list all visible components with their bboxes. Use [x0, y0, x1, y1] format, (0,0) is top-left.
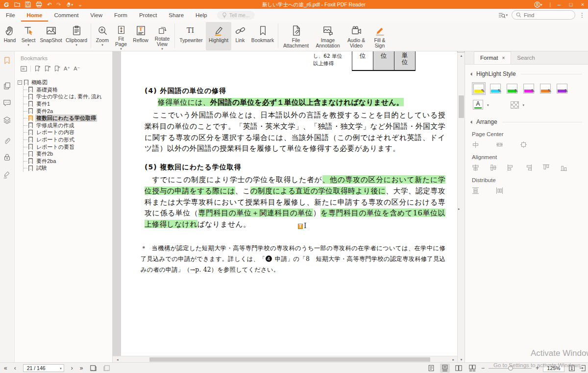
bookmark-item[interactable]: 複数回にわたる学位取得: [24, 115, 112, 122]
minimize-button[interactable]: –: [556, 0, 563, 9]
bookmark-item[interactable]: 要件1: [24, 100, 112, 108]
collapse-box-icon[interactable]: −: [18, 80, 22, 85]
bookmark-item[interactable]: 要件2a: [24, 108, 112, 115]
fit-width-button[interactable]: [568, 365, 575, 372]
align-top-button[interactable]: [542, 164, 550, 171]
fit-page-button-status[interactable]: [579, 365, 586, 372]
distribute-vertically-button[interactable]: [472, 187, 479, 194]
first-page-button[interactable]: «: [4, 365, 7, 372]
shrink-font-icon[interactable]: A⁻: [74, 66, 80, 72]
tab-form[interactable]: Form: [108, 9, 133, 22]
highlight-style-yellow[interactable]: ✎: [472, 82, 486, 95]
rotate-view-button[interactable]: Rotate View ▾: [151, 22, 173, 50]
bookmark-root[interactable]: − 概略図: [18, 79, 112, 86]
zoom-out-button[interactable]: −: [481, 365, 485, 372]
account-icon[interactable]: ▾: [534, 0, 542, 9]
audio-video-button[interactable]: Audio & Video: [343, 22, 369, 50]
bookmark-item[interactable]: 試験: [24, 165, 112, 172]
bookmark-item[interactable]: 基礎資格: [24, 86, 112, 93]
highlight-style-orange[interactable]: ✎: [539, 82, 552, 95]
align-left-button[interactable]: [507, 164, 514, 171]
bookmark-item[interactable]: レポートの要旨: [24, 143, 112, 151]
arrange-header[interactable]: Arrange: [471, 118, 582, 125]
tab-search[interactable]: Search: [511, 52, 540, 64]
typewriter-annotation-marker[interactable]: T: [298, 224, 303, 229]
previous-page-button[interactable]: ‹: [14, 365, 16, 372]
single-page-view-button[interactable]: [426, 364, 436, 373]
bookmark-item[interactable]: 要件2ba: [24, 158, 112, 165]
zoom-button[interactable]: Zoom ▾: [93, 22, 112, 50]
advanced-search-icon[interactable]: ▾: [498, 12, 508, 19]
bookmark-options-icon[interactable]: [21, 66, 27, 72]
tab-file[interactable]: File: [0, 9, 21, 22]
expand-font-icon[interactable]: A⁺: [64, 66, 70, 72]
reflow-button[interactable]: T Reflow: [130, 22, 151, 50]
more-options-icon[interactable]: ⋮: [579, 12, 585, 19]
tab-home[interactable]: Home: [21, 9, 49, 22]
vertical-scrollbar[interactable]: ▲ ▸ ▼: [457, 51, 465, 362]
caret-icon[interactable]: ▾: [487, 103, 489, 107]
opacity-button[interactable]: [511, 101, 519, 109]
image-annotation-button[interactable]: Image Annotation: [312, 22, 343, 50]
align-v-center-button[interactable]: [490, 164, 497, 171]
comments-panel-icon[interactable]: [3, 99, 11, 107]
highlight-style-cyan[interactable]: ✎: [489, 82, 502, 95]
tell-me-box[interactable]: Tell me...: [217, 11, 255, 20]
center-vertically-button[interactable]: [472, 141, 479, 148]
delete-bookmark-icon[interactable]: [54, 66, 60, 72]
highlight-style-magenta[interactable]: ✎: [522, 82, 536, 95]
print-icon[interactable]: [36, 0, 42, 9]
bookmark-item[interactable]: 要件2b: [24, 150, 112, 158]
clipboard-button[interactable]: Clipboard ▾: [64, 22, 89, 50]
bookmark-item[interactable]: 学修成果の作成: [24, 122, 112, 129]
snapshot-button[interactable]: SnapShot: [38, 22, 64, 50]
bookmark-item[interactable]: レポートの内容: [24, 129, 112, 137]
tab-share[interactable]: Share: [163, 9, 190, 22]
continuous-facing-view-button[interactable]: [467, 364, 477, 373]
last-page-button[interactable]: »: [80, 365, 83, 372]
scroll-up-icon[interactable]: ▲: [458, 54, 465, 57]
bookmark-item[interactable]: 学士の学位とは, 要件, 流れ: [24, 93, 112, 101]
zoom-level-box[interactable]: 125%: [543, 365, 564, 372]
add-bookmark-icon[interactable]: [34, 66, 41, 72]
center-both-button[interactable]: [520, 141, 527, 148]
vertical-scrollbar-thumb[interactable]: [459, 95, 464, 118]
continuous-view-button[interactable]: [440, 364, 450, 373]
previous-view-button[interactable]: [90, 365, 97, 372]
facing-view-button[interactable]: [454, 364, 464, 373]
tab-help[interactable]: Help: [190, 9, 213, 22]
pages-panel-icon[interactable]: [3, 82, 11, 90]
layers-panel-icon[interactable]: [3, 116, 11, 124]
scroll-down-icon[interactable]: ▼: [458, 358, 465, 361]
hand-button[interactable]: Hand: [1, 22, 19, 50]
tab-protect[interactable]: Protect: [133, 9, 163, 22]
zoom-slider[interactable]: [489, 364, 532, 373]
highlight-button[interactable]: Highlight: [206, 22, 231, 50]
close-button[interactable]: ×: [579, 0, 586, 9]
maximize-button[interactable]: □: [567, 0, 574, 9]
highlight-style-header[interactable]: HighLight Style: [471, 70, 582, 77]
find-input[interactable]: [524, 12, 568, 18]
tab-view[interactable]: View: [84, 9, 108, 22]
bookmark-item[interactable]: レポートの形式: [24, 136, 112, 143]
security-panel-icon[interactable]: [3, 153, 11, 162]
tab-comment[interactable]: Comment: [48, 9, 84, 22]
slider-knob[interactable]: [508, 366, 513, 371]
fit-page-button[interactable]: ↕ Fit Page ▾: [112, 22, 130, 50]
next-view-button[interactable]: [103, 365, 110, 372]
next-page-button[interactable]: ›: [71, 365, 73, 372]
align-h-center-button[interactable]: [472, 164, 479, 171]
highlight-style-green[interactable]: ✎: [505, 82, 519, 95]
save-icon[interactable]: [25, 0, 31, 9]
bookmark-button[interactable]: Bookmark: [249, 22, 276, 50]
signature-panel-icon[interactable]: [3, 171, 11, 179]
caret-icon[interactable]: ▾: [523, 103, 525, 107]
link-button[interactable]: Link: [231, 22, 249, 50]
horizontal-scrollbar-thumb[interactable]: [149, 357, 430, 362]
pdf-page[interactable]: し、62 単位 以上修得 位 位 単位 (4) 外国語の単位の修得 修得単位には…: [121, 51, 457, 356]
hand-mode-icon[interactable]: ▾: [66, 0, 74, 9]
bookmarks-panel-icon[interactable]: [3, 56, 11, 65]
open-file-icon[interactable]: [14, 0, 20, 9]
zoom-in-button[interactable]: +: [536, 365, 539, 372]
panel-splitter-icon[interactable]: ▸: [458, 207, 460, 211]
